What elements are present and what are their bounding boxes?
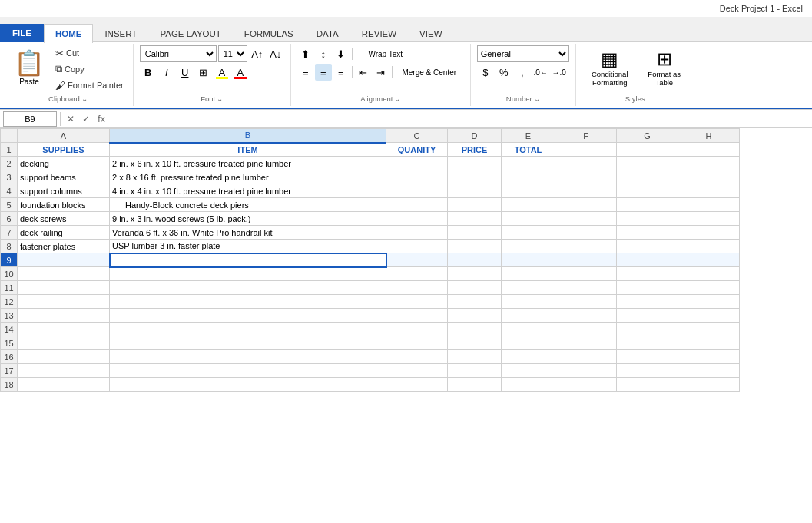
col-header-B[interactable]: B (110, 129, 386, 143)
row-num-9[interactable]: 9 (1, 253, 18, 267)
tab-pagelayout[interactable]: PAGE LAYOUT (148, 24, 232, 43)
font-size-select[interactable]: 11 (218, 45, 247, 62)
cell-A14[interactable] (18, 323, 110, 336)
cell-E6[interactable] (502, 212, 555, 226)
cell-C3[interactable] (386, 170, 448, 184)
cell-D15[interactable] (448, 336, 502, 350)
col-header-E[interactable]: E (502, 129, 555, 143)
cell-F5[interactable] (555, 198, 617, 212)
cell-G12[interactable] (617, 295, 678, 309)
cell-F14[interactable] (555, 323, 617, 336)
align-center-button[interactable]: ≡ (315, 64, 332, 81)
italic-button[interactable]: I (158, 64, 175, 81)
cell-H7[interactable] (678, 226, 740, 240)
row-num-10[interactable]: 10 (1, 267, 18, 281)
cell-C8[interactable] (386, 240, 448, 253)
col-header-F[interactable]: F (555, 129, 617, 143)
wrap-text-button[interactable]: Wrap Text (355, 45, 416, 62)
cell-H2[interactable] (678, 157, 740, 170)
cell-H6[interactable] (678, 212, 740, 226)
cell-E3[interactable] (502, 170, 555, 184)
copy-button[interactable]: ⧉ Copy (52, 61, 127, 77)
cell-C7[interactable] (386, 226, 448, 240)
cell-D1[interactable]: PRICE (448, 143, 502, 157)
cell-E14[interactable] (502, 323, 555, 336)
col-header-D[interactable]: D (448, 129, 502, 143)
cell-G7[interactable] (617, 226, 678, 240)
row-num-3[interactable]: 3 (1, 170, 18, 184)
cell-C11[interactable] (386, 281, 448, 295)
cell-D7[interactable] (448, 226, 502, 240)
cut-button[interactable]: ✂ Cut (52, 45, 127, 61)
cell-D4[interactable] (448, 184, 502, 198)
cell-G10[interactable] (617, 267, 678, 281)
cell-D14[interactable] (448, 323, 502, 336)
cell-C2[interactable] (386, 157, 448, 170)
cell-B13[interactable] (110, 309, 386, 323)
cell-B12[interactable] (110, 295, 386, 309)
cell-D18[interactable] (448, 378, 502, 392)
col-header-H[interactable]: H (678, 129, 740, 143)
cell-F15[interactable] (555, 336, 617, 350)
cell-C4[interactable] (386, 184, 448, 198)
cell-H10[interactable] (678, 267, 740, 281)
font-color-button[interactable]: A (232, 64, 249, 81)
cell-F1[interactable] (555, 143, 617, 157)
row-num-11[interactable]: 11 (1, 281, 18, 295)
cell-A13[interactable] (18, 309, 110, 323)
underline-button[interactable]: U (177, 64, 194, 81)
cell-D10[interactable] (448, 267, 502, 281)
cell-E12[interactable] (502, 295, 555, 309)
cell-G13[interactable] (617, 309, 678, 323)
cell-A3[interactable]: support beams (18, 170, 110, 184)
fill-color-button[interactable]: A (214, 64, 230, 81)
cell-A18[interactable] (18, 378, 110, 392)
cell-G8[interactable] (617, 240, 678, 253)
formula-input[interactable] (111, 111, 809, 127)
cell-A5[interactable]: foundation blocks (18, 198, 110, 212)
cell-F18[interactable] (555, 378, 617, 392)
increase-decimal-button[interactable]: →.0 (551, 64, 568, 81)
cell-E13[interactable] (502, 309, 555, 323)
cell-H16[interactable] (678, 350, 740, 364)
cell-H12[interactable] (678, 295, 740, 309)
number-format-select[interactable]: General (477, 45, 569, 62)
cell-A16[interactable] (18, 350, 110, 364)
cell-A6[interactable]: deck screws (18, 212, 110, 226)
indent-decrease-button[interactable]: ⇤ (355, 64, 372, 81)
cell-B2[interactable]: 2 in. x 6 in. x 10 ft. pressure treated … (110, 157, 386, 170)
cell-A12[interactable] (18, 295, 110, 309)
tab-formulas[interactable]: FORMULAS (233, 24, 305, 43)
cell-H3[interactable] (678, 170, 740, 184)
cancel-formula-icon[interactable]: ✕ (64, 112, 78, 126)
cell-F6[interactable] (555, 212, 617, 226)
cell-C1[interactable]: QUANITY (386, 143, 448, 157)
cell-B15[interactable] (110, 336, 386, 350)
cell-D11[interactable] (448, 281, 502, 295)
cell-D6[interactable] (448, 212, 502, 226)
cell-B10[interactable] (110, 267, 386, 281)
cell-A1[interactable]: SUPPLIES (18, 143, 110, 157)
tab-home[interactable]: HOME (44, 24, 94, 43)
cell-H4[interactable] (678, 184, 740, 198)
cell-A8[interactable]: fastener plates (18, 240, 110, 253)
cell-H15[interactable] (678, 336, 740, 350)
cell-B18[interactable] (110, 378, 386, 392)
tab-review[interactable]: REVIEW (350, 24, 408, 43)
align-right-button[interactable]: ≡ (333, 64, 350, 81)
cell-F7[interactable] (555, 226, 617, 240)
cell-B11[interactable] (110, 281, 386, 295)
font-expand-icon[interactable]: ⌄ (217, 94, 223, 103)
row-num-8[interactable]: 8 (1, 240, 18, 253)
row-num-7[interactable]: 7 (1, 226, 18, 240)
cell-G5[interactable] (617, 198, 678, 212)
bold-button[interactable]: B (140, 64, 157, 81)
row-num-6[interactable]: 6 (1, 212, 18, 226)
cell-H14[interactable] (678, 323, 740, 336)
cell-E16[interactable] (502, 350, 555, 364)
cell-E4[interactable] (502, 184, 555, 198)
format-painter-button[interactable]: 🖌 Format Painter (52, 78, 127, 93)
cell-B8[interactable]: USP lumber 3 in. faster plate (110, 240, 386, 253)
row-num-15[interactable]: 15 (1, 336, 18, 350)
cell-A9[interactable] (18, 253, 110, 267)
